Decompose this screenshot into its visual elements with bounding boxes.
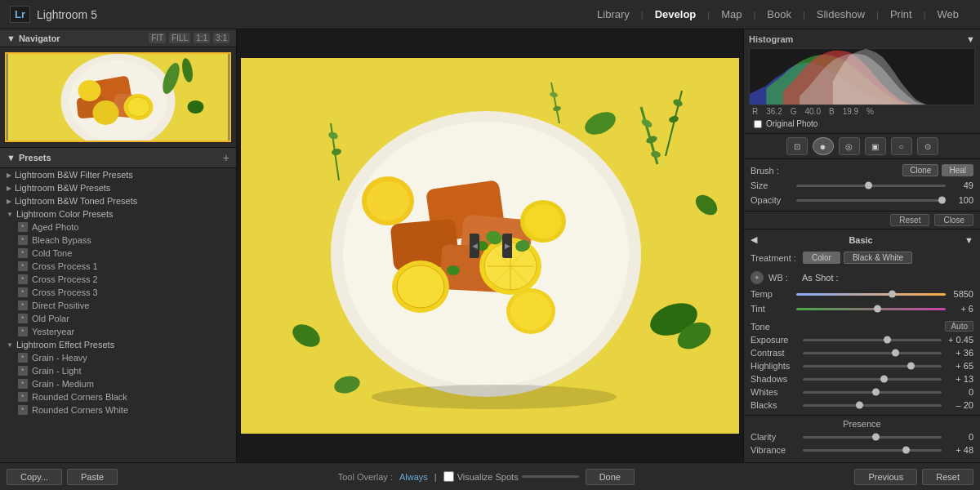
right-collapse-button[interactable]: ▶ bbox=[502, 234, 512, 258]
separator: | bbox=[434, 472, 437, 482]
preset-color[interactable]: ▼ Lightroom Color Presets bbox=[0, 207, 236, 220]
preset-cross3-label: Cross Process 3 bbox=[32, 287, 98, 297]
vibrance-slider[interactable] bbox=[803, 444, 942, 456]
shadows-slider[interactable] bbox=[803, 373, 942, 385]
clarity-row: Clarity 0 bbox=[751, 430, 973, 443]
clarity-slider[interactable] bbox=[803, 431, 942, 443]
preset-corners-black[interactable]: ▪ Rounded Corners Black bbox=[0, 390, 236, 403]
preset-direct-positive[interactable]: ▪ Direct Positive bbox=[0, 299, 236, 312]
nav-map[interactable]: Map bbox=[710, 5, 753, 24]
nav-develop[interactable]: Develop bbox=[644, 5, 708, 24]
histogram-graph bbox=[749, 48, 975, 105]
whites-slider[interactable] bbox=[803, 386, 942, 398]
redeye-tool-button[interactable]: ◎ bbox=[839, 137, 860, 155]
copy-button[interactable]: Copy... bbox=[7, 469, 62, 485]
visualize-spots-checkbox[interactable] bbox=[443, 471, 454, 482]
clone-button[interactable]: Clone bbox=[902, 164, 938, 176]
preset-yesteryear[interactable]: ▪ Yesteryear bbox=[0, 325, 236, 338]
exposure-slider[interactable] bbox=[803, 334, 942, 345]
app-brand: Lr Lightroom 5 bbox=[10, 6, 97, 23]
preset-yesteryear-label: Yesteryear bbox=[32, 327, 74, 336]
fit-btn[interactable]: FIT bbox=[149, 33, 166, 43]
preset-icon: ▪ bbox=[18, 222, 28, 232]
center-panel: ◀ bbox=[237, 29, 743, 462]
histogram-section: Histogram ▼ R bbox=[744, 29, 980, 134]
fill-btn[interactable]: FILL bbox=[169, 33, 190, 43]
crop-tool-button[interactable]: ⊡ bbox=[786, 137, 808, 155]
photo-canvas[interactable] bbox=[241, 58, 739, 434]
color-treatment-button[interactable]: Color bbox=[803, 252, 840, 264]
nav-print[interactable]: Print bbox=[879, 5, 924, 24]
graduated-filter-button[interactable]: ▣ bbox=[865, 137, 886, 155]
3-1-btn[interactable]: 3:1 bbox=[213, 33, 229, 43]
previous-button[interactable]: Previous bbox=[854, 469, 917, 485]
navigator-thumbnail[interactable] bbox=[0, 47, 236, 147]
r-label: R bbox=[752, 107, 758, 116]
treatment-label: Treatment : bbox=[751, 253, 800, 263]
spot-heal-tool-button[interactable]: ● bbox=[813, 137, 834, 155]
preset-corners-white[interactable]: ▪ Rounded Corners White bbox=[0, 403, 236, 416]
nav-web[interactable]: Web bbox=[926, 5, 971, 24]
auto-tone-button[interactable]: Auto bbox=[945, 321, 973, 332]
preset-cross-1[interactable]: ▪ Cross Process 1 bbox=[0, 260, 236, 273]
paste-button[interactable]: Paste bbox=[67, 469, 118, 485]
visualize-spots-slider[interactable] bbox=[522, 475, 579, 478]
reset-button[interactable]: Reset bbox=[890, 214, 929, 226]
nav-library[interactable]: Library bbox=[586, 5, 641, 24]
preset-cross-3[interactable]: ▪ Cross Process 3 bbox=[0, 286, 236, 299]
preset-grain-medium[interactable]: ▪ Grain - Medium bbox=[0, 377, 236, 390]
blacks-label: Blacks bbox=[751, 400, 800, 410]
close-button[interactable]: Close bbox=[934, 214, 973, 226]
preset-grain-light[interactable]: ▪ Grain - Light bbox=[0, 364, 236, 377]
presets-list: ▶ Lightroom B&W Filter Presets ▶ Lightro… bbox=[0, 168, 236, 462]
heal-button[interactable]: Heal bbox=[942, 164, 973, 176]
radial-filter-button[interactable]: ○ bbox=[891, 137, 912, 155]
tint-slider[interactable] bbox=[796, 303, 946, 314]
1-1-btn[interactable]: 1:1 bbox=[194, 33, 210, 43]
presets-collapse-icon[interactable]: ▼ bbox=[7, 153, 16, 163]
reset-button-bottom[interactable]: Reset bbox=[922, 469, 973, 485]
navigator-collapse-icon[interactable]: ▼ bbox=[7, 33, 16, 43]
highlights-label: Highlights bbox=[751, 361, 800, 371]
preset-expand-icon: ▼ bbox=[7, 211, 13, 218]
nav-book[interactable]: Book bbox=[755, 5, 803, 24]
thumbnail-image bbox=[5, 52, 231, 142]
basic-expand-icon[interactable]: ◀ bbox=[751, 234, 757, 245]
original-photo-label: Original Photo bbox=[766, 119, 817, 128]
preset-bw-filter[interactable]: ▶ Lightroom B&W Filter Presets bbox=[0, 168, 236, 181]
preset-old-polar[interactable]: ▪ Old Polar bbox=[0, 312, 236, 325]
lr-logo: Lr bbox=[10, 6, 30, 23]
adjustment-brush-button[interactable]: ⊙ bbox=[917, 137, 938, 155]
bw-treatment-button[interactable]: Black & White bbox=[844, 252, 912, 264]
svg-point-32 bbox=[524, 204, 562, 238]
blacks-slider[interactable] bbox=[803, 399, 942, 411]
preset-cross-2[interactable]: ▪ Cross Process 2 bbox=[0, 273, 236, 286]
preset-bw-toned[interactable]: ▶ Lightroom B&W Toned Presets bbox=[0, 194, 236, 207]
nav-slideshow[interactable]: Slideshow bbox=[805, 5, 876, 24]
opacity-slider[interactable] bbox=[796, 194, 946, 206]
always-dropdown[interactable]: Always bbox=[399, 472, 428, 482]
temp-slider[interactable] bbox=[796, 288, 946, 300]
size-slider[interactable] bbox=[796, 180, 946, 191]
preset-cold-tone[interactable]: ▪ Cold Tone bbox=[0, 247, 236, 260]
highlights-slider[interactable] bbox=[803, 360, 942, 372]
add-preset-button[interactable]: + bbox=[223, 151, 229, 164]
vibrance-value: + 48 bbox=[945, 445, 973, 455]
basic-collapse-icon[interactable]: ▼ bbox=[964, 235, 973, 245]
preset-effect[interactable]: ▼ Lightroom Effect Presets bbox=[0, 338, 236, 351]
blacks-value: – 20 bbox=[945, 400, 973, 410]
done-button[interactable]: Done bbox=[586, 469, 635, 485]
temp-value: 5850 bbox=[951, 289, 973, 299]
original-photo-checkbox[interactable] bbox=[754, 120, 762, 128]
histogram-collapse-icon[interactable]: ▼ bbox=[966, 34, 975, 44]
preset-grain-heavy[interactable]: ▪ Grain - Heavy bbox=[0, 351, 236, 364]
preset-aged-photo[interactable]: ▪ Aged Photo bbox=[0, 220, 236, 234]
preset-icon: ▪ bbox=[18, 287, 28, 297]
basic-header: ◀ Basic ▼ bbox=[751, 233, 973, 247]
preset-bw[interactable]: ▶ Lightroom B&W Presets bbox=[0, 181, 236, 194]
eyedropper-icon[interactable]: ✦ bbox=[751, 271, 764, 284]
preset-bleach[interactable]: ▪ Bleach Bypass bbox=[0, 234, 236, 247]
contrast-slider[interactable] bbox=[803, 347, 942, 359]
left-collapse-button[interactable]: ◀ bbox=[470, 234, 479, 258]
highlights-value: + 65 bbox=[945, 361, 973, 371]
